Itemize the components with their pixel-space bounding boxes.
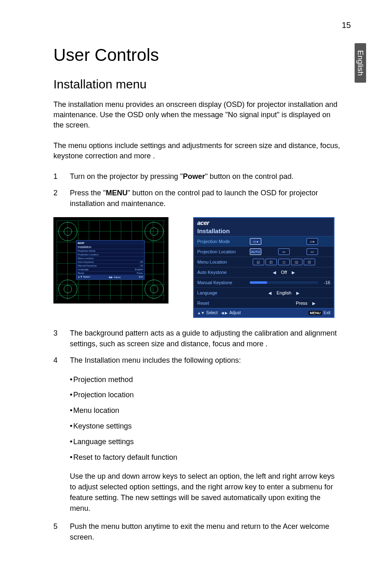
osd-value-text: Press: [296, 301, 307, 306]
osd-row-value: ◀ English ▶: [250, 290, 318, 295]
page: 15 English User Controls Installation me…: [0, 0, 392, 563]
osd-row-value: ▭◂ ▭▸: [250, 238, 318, 245]
step-number: 2: [53, 188, 70, 209]
osd-footer-adjust: ◀ ▶ Adjust: [221, 310, 241, 315]
step-text-post: " button on the control pad.: [205, 172, 294, 181]
calibration-mini-osd: acer Installation Projection Mode Projec…: [76, 240, 145, 280]
step-text-pre: Turn on the projector by pressing ": [70, 172, 183, 181]
bullet-item: Reset to factory default function: [70, 452, 359, 463]
calibration-circle-icon: [145, 222, 164, 241]
menu-location-option-icon[interactable]: ◱: [253, 259, 264, 265]
osd-footer-label: Exit: [323, 310, 330, 315]
keystone-slider[interactable]: [250, 281, 318, 284]
osd-row-projection-mode[interactable]: Projection Mode ▭◂ ▭▸: [194, 236, 334, 246]
up-down-arrow-icon: ▲▼: [197, 311, 205, 315]
step-1: 1 Turn on the projector by pressing "Pow…: [53, 171, 341, 182]
osd-row-label: Auto Keystone: [197, 270, 250, 275]
section-title: Installation menu: [53, 77, 359, 91]
osd-row-label: Menu Location: [197, 259, 250, 264]
right-arrow-icon[interactable]: ▶: [310, 301, 318, 306]
osd-row-projection-location[interactable]: Projection Location AUTO ▭ ▭: [194, 246, 334, 257]
osd-rows: Projection Mode ▭◂ ▭▸ Projection Locatio…: [194, 236, 334, 308]
osd-row-label: Language: [197, 290, 250, 295]
osd-row-menu-location[interactable]: Menu Location ◱ ◰ ◻ ◲ ◳: [194, 257, 334, 267]
left-arrow-icon[interactable]: ◀: [266, 291, 274, 295]
step-number: 5: [53, 521, 70, 542]
left-arrow-icon[interactable]: ◀: [270, 270, 279, 275]
calibration-circle-icon: [145, 280, 164, 299]
projection-mode-rear-icon[interactable]: ▭▸: [307, 238, 318, 245]
navigation-instructions: Use the up and down arrow keys to select…: [70, 471, 341, 514]
mini-osd-title: Installation: [76, 245, 144, 249]
step-text-bold: MENU: [106, 189, 127, 197]
step-text: Push the menu button anytime to exit the…: [70, 521, 341, 542]
projection-mode-front-icon[interactable]: ▭◂: [250, 238, 261, 245]
osd-value-text: English: [277, 290, 291, 295]
mini-osd-footer: ▲▼ Select ◀ ▶ Adjust Exit: [76, 275, 144, 279]
projection-location-desktop-icon[interactable]: ▭: [278, 248, 290, 255]
bullet-item: Menu location: [70, 405, 359, 417]
menu-location-option-icon[interactable]: ◻: [278, 259, 290, 265]
right-arrow-icon[interactable]: ▶: [289, 270, 297, 275]
step-3: 3 The background pattern acts as a guide…: [53, 328, 341, 349]
osd-installation-menu: acer Installation Projection Mode ▭◂ ▭▸ …: [193, 217, 334, 318]
osd-row-value: Press ▶: [250, 301, 318, 306]
mini-osd-brand: acer: [76, 241, 144, 245]
right-arrow-icon[interactable]: ▶: [294, 291, 302, 295]
osd-row-label: Manual Keystone: [197, 280, 250, 285]
intro-paragraph: The installation menu provides an onscre…: [53, 100, 341, 131]
osd-footer-select: ▲▼ Select: [197, 310, 218, 315]
osd-footer-label: Adjust: [229, 310, 241, 315]
mini-osd-row: Menu Location: [76, 256, 144, 260]
step-text-bold: Power: [183, 172, 205, 181]
mini-osd-row: Projection Mode: [76, 249, 144, 253]
lead-paragraph: The menu options include settings and ad…: [53, 141, 341, 161]
calibration-circle-icon: [58, 222, 77, 241]
mini-osd-row: Manual Keystone-16: [76, 264, 144, 267]
bullet-item: Keystone settings: [70, 421, 359, 432]
acer-logo: acer: [197, 219, 209, 226]
osd-row-value: ◀ Off ▶: [250, 270, 318, 275]
step-number: 3: [53, 328, 70, 349]
projection-location-ceiling-icon[interactable]: ▭: [307, 248, 318, 255]
language-tab: English: [355, 43, 366, 83]
osd-row-label: Projection Mode: [197, 239, 250, 244]
page-number: 15: [342, 21, 351, 30]
steps-list: 1 Turn on the projector by pressing "Pow…: [53, 171, 341, 209]
step-text: The background pattern acts as a guide t…: [70, 328, 341, 349]
step-text: Press the "MENU" button on the control p…: [70, 188, 341, 209]
mini-osd-row: LanguageEnglish: [76, 267, 144, 271]
step-text: Turn on the projector by pressing "Power…: [70, 171, 341, 182]
steps-list-cont: 3 The background pattern acts as a guide…: [53, 328, 341, 366]
osd-row-label: Projection Location: [197, 249, 250, 254]
osd-row-value: [250, 281, 318, 284]
bullet-item: Language settings: [70, 436, 359, 448]
menu-location-option-icon[interactable]: ◲: [291, 259, 302, 265]
osd-footer-exit: MENU Exit: [309, 310, 330, 315]
left-right-arrow-icon: ◀ ▶: [221, 311, 228, 315]
mini-osd-row: ResetPress: [76, 271, 144, 275]
osd-row-language[interactable]: Language ◀ English ▶: [194, 287, 334, 298]
osd-footer: ▲▼ Select ◀ ▶ Adjust MENU Exit: [194, 308, 334, 317]
osd-value-text: Off: [281, 270, 287, 275]
figures-row: acer Installation Projection Mode Projec…: [53, 217, 359, 318]
mini-osd-row: Projection Location: [76, 253, 144, 256]
bullet-item: Projection location: [70, 389, 359, 401]
step-5: 5 Push the menu button anytime to exit t…: [53, 521, 341, 542]
osd-row-manual-keystone[interactable]: Manual Keystone -16: [194, 277, 334, 287]
osd-row-reset[interactable]: Reset Press ▶: [194, 298, 334, 308]
projection-location-auto-icon[interactable]: AUTO: [250, 248, 261, 255]
step-text-pre: Press the ": [70, 189, 106, 197]
step-number: 4: [53, 355, 70, 366]
mini-osd-row: Auto KeystoneOff: [76, 260, 144, 264]
calibration-pattern-figure: acer Installation Projection Mode Projec…: [53, 217, 168, 304]
osd-row-auto-keystone[interactable]: Auto Keystone ◀ Off ▶: [194, 267, 334, 277]
step-2: 2 Press the "MENU" button on the control…: [53, 188, 341, 209]
menu-location-option-icon[interactable]: ◰: [265, 259, 277, 265]
osd-row-value: ◱ ◰ ◻ ◲ ◳: [250, 259, 318, 265]
step-text: The Installation menu includes the follo…: [70, 355, 341, 366]
osd-row-value: AUTO ▭ ▭: [250, 248, 318, 255]
page-title: User Controls: [53, 45, 359, 65]
menu-location-option-icon[interactable]: ◳: [304, 259, 315, 265]
menu-badge-icon: MENU: [309, 311, 322, 315]
